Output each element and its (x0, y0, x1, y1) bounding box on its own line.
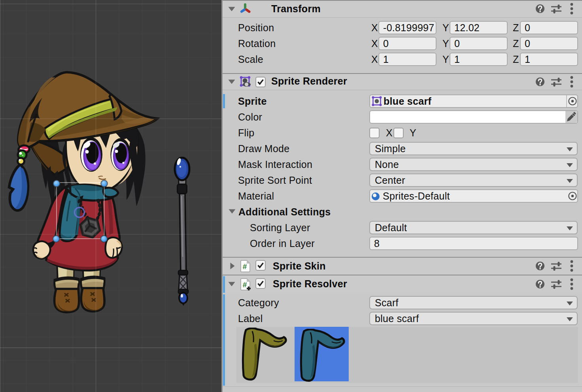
svg-text:#: # (243, 262, 247, 271)
svg-text:#: # (243, 281, 247, 289)
